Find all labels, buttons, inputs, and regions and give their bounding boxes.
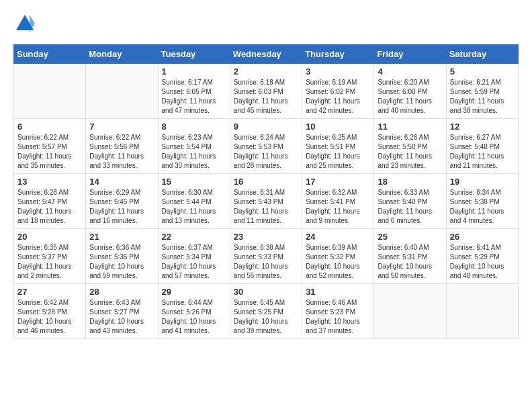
calendar-cell: 16Sunrise: 6:31 AMSunset: 5:43 PMDayligh… xyxy=(230,173,302,228)
day-info: Sunrise: 6:44 AMSunset: 5:26 PMDaylight:… xyxy=(162,298,226,336)
weekday-header: Wednesday xyxy=(230,44,302,63)
day-info: Sunrise: 6:26 AMSunset: 5:50 PMDaylight:… xyxy=(378,133,442,171)
calendar-cell: 14Sunrise: 6:29 AMSunset: 5:45 PMDayligh… xyxy=(86,173,158,228)
day-number: 17 xyxy=(306,177,370,187)
day-number: 1 xyxy=(162,66,226,77)
calendar-cell: 28Sunrise: 6:43 AMSunset: 5:27 PMDayligh… xyxy=(86,283,158,338)
day-number: 13 xyxy=(17,177,82,187)
day-number: 7 xyxy=(89,122,154,132)
day-number: 12 xyxy=(450,122,515,132)
day-number: 16 xyxy=(234,177,298,187)
day-info: Sunrise: 6:21 AMSunset: 5:59 PMDaylight:… xyxy=(450,78,515,116)
day-info: Sunrise: 6:41 AMSunset: 5:29 PMDaylight:… xyxy=(450,243,515,281)
weekday-header: Monday xyxy=(86,44,158,63)
calendar-cell: 21Sunrise: 6:36 AMSunset: 5:36 PMDayligh… xyxy=(86,228,158,283)
day-number: 2 xyxy=(234,66,298,77)
calendar-cell: 25Sunrise: 6:40 AMSunset: 5:31 PMDayligh… xyxy=(374,228,446,283)
day-info: Sunrise: 6:28 AMSunset: 5:47 PMDaylight:… xyxy=(17,188,82,226)
calendar-cell: 1Sunrise: 6:17 AMSunset: 6:05 PMDaylight… xyxy=(158,63,230,118)
calendar-cell: 31Sunrise: 6:46 AMSunset: 5:23 PMDayligh… xyxy=(302,283,374,338)
calendar-cell: 29Sunrise: 6:44 AMSunset: 5:26 PMDayligh… xyxy=(158,283,230,338)
day-info: Sunrise: 6:38 AMSunset: 5:33 PMDaylight:… xyxy=(234,243,298,281)
calendar-cell: 26Sunrise: 6:41 AMSunset: 5:29 PMDayligh… xyxy=(446,228,518,283)
weekday-header: Sunday xyxy=(14,44,86,63)
day-number: 9 xyxy=(234,122,298,132)
logo xyxy=(13,13,35,38)
calendar-cell xyxy=(14,63,86,118)
calendar-cell: 10Sunrise: 6:25 AMSunset: 5:51 PMDayligh… xyxy=(302,118,374,173)
day-number: 3 xyxy=(306,66,370,77)
calendar-week-row: 27Sunrise: 6:42 AMSunset: 5:28 PMDayligh… xyxy=(14,283,519,338)
day-info: Sunrise: 6:42 AMSunset: 5:28 PMDaylight:… xyxy=(17,298,82,336)
day-number: 10 xyxy=(306,122,370,132)
logo-icon xyxy=(15,13,35,34)
day-info: Sunrise: 6:22 AMSunset: 5:57 PMDaylight:… xyxy=(17,133,82,171)
calendar-week-row: 20Sunrise: 6:35 AMSunset: 5:37 PMDayligh… xyxy=(14,228,519,283)
calendar-cell: 24Sunrise: 6:39 AMSunset: 5:32 PMDayligh… xyxy=(302,228,374,283)
day-number: 5 xyxy=(450,66,515,77)
day-number: 25 xyxy=(378,232,442,242)
calendar-cell: 23Sunrise: 6:38 AMSunset: 5:33 PMDayligh… xyxy=(230,228,302,283)
calendar-cell: 13Sunrise: 6:28 AMSunset: 5:47 PMDayligh… xyxy=(14,173,86,228)
day-info: Sunrise: 6:18 AMSunset: 6:03 PMDaylight:… xyxy=(234,78,298,116)
day-number: 4 xyxy=(378,66,442,77)
calendar-week-row: 13Sunrise: 6:28 AMSunset: 5:47 PMDayligh… xyxy=(14,173,519,228)
day-info: Sunrise: 6:31 AMSunset: 5:43 PMDaylight:… xyxy=(234,188,298,226)
day-info: Sunrise: 6:36 AMSunset: 5:36 PMDaylight:… xyxy=(89,243,154,281)
day-info: Sunrise: 6:29 AMSunset: 5:45 PMDaylight:… xyxy=(89,188,154,226)
day-number: 29 xyxy=(162,287,226,297)
day-info: Sunrise: 6:32 AMSunset: 5:41 PMDaylight:… xyxy=(306,188,370,226)
calendar-cell: 8Sunrise: 6:23 AMSunset: 5:54 PMDaylight… xyxy=(158,118,230,173)
day-info: Sunrise: 6:27 AMSunset: 5:48 PMDaylight:… xyxy=(450,133,515,171)
calendar-cell: 4Sunrise: 6:20 AMSunset: 6:00 PMDaylight… xyxy=(374,63,446,118)
day-number: 24 xyxy=(306,232,370,242)
weekday-header: Friday xyxy=(374,44,446,63)
day-number: 27 xyxy=(17,287,82,297)
calendar-cell: 11Sunrise: 6:26 AMSunset: 5:50 PMDayligh… xyxy=(374,118,446,173)
day-number: 22 xyxy=(162,232,226,242)
day-info: Sunrise: 6:22 AMSunset: 5:56 PMDaylight:… xyxy=(89,133,154,171)
calendar-cell: 6Sunrise: 6:22 AMSunset: 5:57 PMDaylight… xyxy=(14,118,86,173)
page-header xyxy=(13,13,519,38)
day-info: Sunrise: 6:33 AMSunset: 5:40 PMDaylight:… xyxy=(378,188,442,226)
calendar-cell: 3Sunrise: 6:19 AMSunset: 6:02 PMDaylight… xyxy=(302,63,374,118)
weekday-header: Saturday xyxy=(446,44,518,63)
day-info: Sunrise: 6:45 AMSunset: 5:25 PMDaylight:… xyxy=(234,298,298,336)
calendar-cell: 19Sunrise: 6:34 AMSunset: 5:38 PMDayligh… xyxy=(446,173,518,228)
calendar-cell: 18Sunrise: 6:33 AMSunset: 5:40 PMDayligh… xyxy=(374,173,446,228)
calendar-cell: 27Sunrise: 6:42 AMSunset: 5:28 PMDayligh… xyxy=(14,283,86,338)
day-info: Sunrise: 6:43 AMSunset: 5:27 PMDaylight:… xyxy=(89,298,154,336)
calendar-cell xyxy=(374,283,446,338)
day-number: 8 xyxy=(162,122,226,132)
day-info: Sunrise: 6:23 AMSunset: 5:54 PMDaylight:… xyxy=(162,133,226,171)
calendar-week-row: 1Sunrise: 6:17 AMSunset: 6:05 PMDaylight… xyxy=(14,63,519,118)
day-info: Sunrise: 6:37 AMSunset: 5:34 PMDaylight:… xyxy=(162,243,226,281)
day-number: 11 xyxy=(378,122,442,132)
calendar-header-row: SundayMondayTuesdayWednesdayThursdayFrid… xyxy=(14,44,519,63)
calendar-table: SundayMondayTuesdayWednesdayThursdayFrid… xyxy=(13,44,519,339)
day-info: Sunrise: 6:20 AMSunset: 6:00 PMDaylight:… xyxy=(378,78,442,116)
day-number: 28 xyxy=(89,287,154,297)
day-info: Sunrise: 6:25 AMSunset: 5:51 PMDaylight:… xyxy=(306,133,370,171)
weekday-header: Tuesday xyxy=(158,44,230,63)
calendar-cell: 9Sunrise: 6:24 AMSunset: 5:53 PMDaylight… xyxy=(230,118,302,173)
day-number: 26 xyxy=(450,232,515,242)
day-info: Sunrise: 6:24 AMSunset: 5:53 PMDaylight:… xyxy=(234,133,298,171)
calendar-cell: 5Sunrise: 6:21 AMSunset: 5:59 PMDaylight… xyxy=(446,63,518,118)
calendar-cell: 22Sunrise: 6:37 AMSunset: 5:34 PMDayligh… xyxy=(158,228,230,283)
day-info: Sunrise: 6:35 AMSunset: 5:37 PMDaylight:… xyxy=(17,243,82,281)
calendar-cell: 15Sunrise: 6:30 AMSunset: 5:44 PMDayligh… xyxy=(158,173,230,228)
day-info: Sunrise: 6:30 AMSunset: 5:44 PMDaylight:… xyxy=(162,188,226,226)
day-info: Sunrise: 6:40 AMSunset: 5:31 PMDaylight:… xyxy=(378,243,442,281)
day-number: 6 xyxy=(17,122,82,132)
day-number: 30 xyxy=(234,287,298,297)
day-info: Sunrise: 6:39 AMSunset: 5:32 PMDaylight:… xyxy=(306,243,370,281)
weekday-header: Thursday xyxy=(302,44,374,63)
day-number: 19 xyxy=(450,177,515,187)
day-number: 20 xyxy=(17,232,82,242)
day-info: Sunrise: 6:34 AMSunset: 5:38 PMDaylight:… xyxy=(450,188,515,226)
calendar-cell: 17Sunrise: 6:32 AMSunset: 5:41 PMDayligh… xyxy=(302,173,374,228)
calendar-cell: 7Sunrise: 6:22 AMSunset: 5:56 PMDaylight… xyxy=(86,118,158,173)
day-number: 14 xyxy=(89,177,154,187)
day-number: 18 xyxy=(378,177,442,187)
